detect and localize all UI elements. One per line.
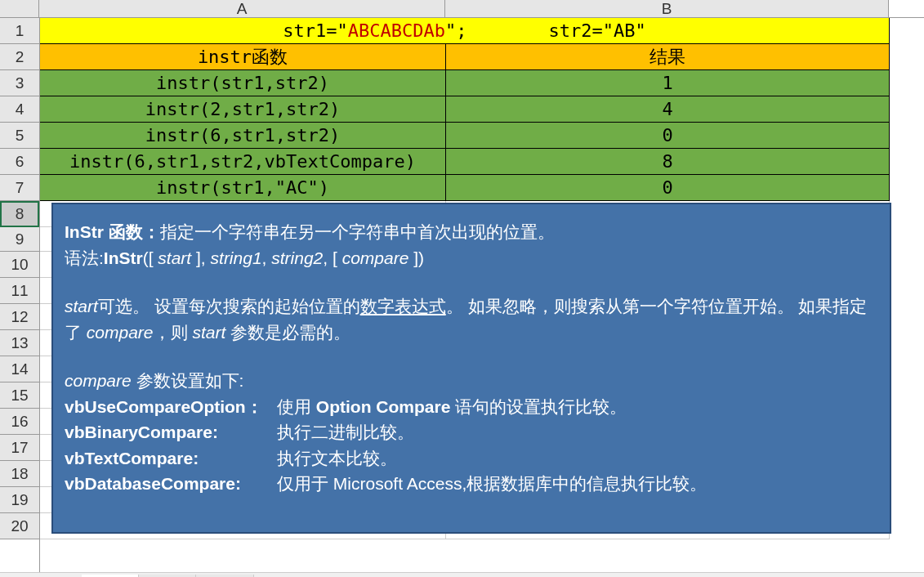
cell-b4[interactable]: 4: [446, 96, 890, 123]
documentation-textbox[interactable]: InStr 函数：指定一个字符串在另一个字符串中首次出现的位置。 语法:InSt…: [51, 203, 891, 534]
doc-option-3: vbDatabaseCompare: 仅用于 Microsoft Access,…: [65, 471, 878, 497]
str2-text: str2="AB": [548, 20, 645, 41]
cell-b3[interactable]: 1: [446, 70, 890, 96]
row-header-12[interactable]: 12: [0, 304, 39, 330]
row-header-9[interactable]: 9: [0, 227, 39, 252]
row-header-14[interactable]: 14: [0, 356, 39, 382]
row-header-10[interactable]: 10: [0, 252, 39, 278]
cell-a1-merged[interactable]: str1="ABCABCDAb"; str2="AB": [40, 18, 890, 44]
str1-suffix: ";: [445, 20, 467, 41]
row-header-16[interactable]: 16: [0, 409, 39, 435]
cell-a7[interactable]: instr(str1,"AC"): [40, 175, 446, 201]
row-header-2[interactable]: 2: [0, 44, 39, 70]
row-header-8[interactable]: 8: [0, 201, 39, 227]
row-header-17[interactable]: 17: [0, 435, 39, 461]
row-header-20[interactable]: 20: [0, 513, 39, 539]
sheet-tab-bar: Sheet1 Sheet2 Sheet3: [0, 572, 924, 577]
select-all-corner[interactable]: [0, 0, 39, 18]
doc-line-start: start可选。 设置每次搜索的起始位置的数字表达式。 如果忽略，则搜索从第一个…: [65, 293, 878, 345]
cell-b2[interactable]: 结果: [446, 44, 890, 70]
cell-a4[interactable]: instr(2,str1,str2): [40, 96, 446, 123]
row-header-5[interactable]: 5: [0, 123, 39, 149]
row-header-7[interactable]: 7: [0, 175, 39, 201]
cell-a5[interactable]: instr(6,str1,str2): [40, 123, 446, 149]
cell-b6[interactable]: 8: [446, 149, 890, 175]
row-header-18[interactable]: 18: [0, 461, 39, 487]
doc-line-title: InStr 函数：指定一个字符串在另一个字符串中首次出现的位置。: [65, 219, 878, 245]
row-header-11[interactable]: 11: [0, 278, 39, 304]
cell-b5[interactable]: 0: [446, 123, 890, 149]
row-header-13[interactable]: 13: [0, 330, 39, 356]
col-header-b[interactable]: B: [445, 0, 889, 17]
doc-line-compare: compare 参数设置如下:: [65, 368, 878, 394]
row-header-19[interactable]: 19: [0, 487, 39, 513]
row-header-4[interactable]: 4: [0, 96, 39, 123]
doc-line-syntax: 语法:InStr([ start ], string1, string2, [ …: [65, 245, 878, 271]
cell-b7[interactable]: 0: [446, 175, 890, 201]
str1-prefix: str1=": [283, 20, 347, 41]
row-header-6[interactable]: 6: [0, 149, 39, 175]
doc-option-2: vbTextCompare: 执行文本比较。: [65, 445, 878, 472]
row-header-15[interactable]: 15: [0, 382, 39, 409]
cell-a3[interactable]: instr(str1,str2): [40, 70, 446, 96]
doc-option-1: vbBinaryCompare: 执行二进制比较。: [65, 419, 878, 445]
doc-option-0: vbUseCompareOption： 使用 Option Compare 语句…: [65, 394, 878, 420]
cell-a2[interactable]: instr函数: [40, 44, 446, 70]
cell-a6[interactable]: instr(6,str1,str2,vbTextCompare): [40, 149, 446, 175]
row-header-3[interactable]: 3: [0, 70, 39, 96]
col-header-a[interactable]: A: [39, 0, 445, 17]
row-header-1[interactable]: 1: [0, 18, 39, 44]
str1-value: ABCABCDAb: [348, 20, 445, 41]
